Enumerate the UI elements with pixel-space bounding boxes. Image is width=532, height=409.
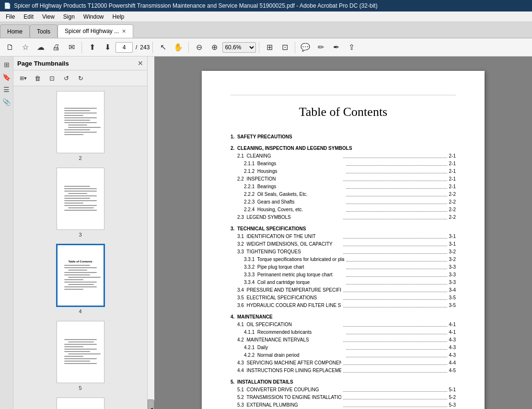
pdf-page: Table of Contents 1. SAFETY PRECAUTIONS … bbox=[202, 71, 485, 409]
sidebar-undo-button[interactable]: ↺ bbox=[59, 72, 73, 84]
thumbnail-page-3[interactable]: 3 bbox=[13, 163, 147, 239]
toc-section-4: 4. MAINTENANCE bbox=[231, 314, 456, 320]
sidebar-delete-button[interactable]: 🗑 bbox=[31, 72, 44, 84]
toc-entry-3-6: 3.6 HYDRAULIC COOLER AND FILTER LINE SPE… bbox=[237, 302, 456, 309]
sidebar-menu-button[interactable]: ⊞▾ bbox=[16, 72, 30, 84]
prev-page-button[interactable]: ⬆ bbox=[85, 40, 99, 55]
toc-entry-3-3: 3.3 TIGHTENING TORQUES 3-2 bbox=[237, 249, 456, 255]
attachments-icon[interactable]: 📎 bbox=[1, 97, 12, 107]
thumbnail-img-4: Table of Contents bbox=[57, 244, 104, 307]
tab-close-button[interactable]: ✕ bbox=[122, 28, 126, 34]
toc-entry-4-2: 4.2 MAINTENANCE INTERVALS 4-3 bbox=[237, 337, 456, 343]
toolbar-separator-5 bbox=[295, 42, 295, 53]
email-button[interactable]: ✉ bbox=[64, 40, 79, 55]
menu-help[interactable]: Help bbox=[109, 12, 128, 21]
sidebar-collapse-button[interactable]: ◀ bbox=[148, 399, 154, 409]
fit-page-button[interactable]: ⊞ bbox=[262, 40, 277, 55]
new-button[interactable]: 🗋 bbox=[3, 40, 17, 55]
toolbar-separator-4 bbox=[259, 42, 259, 53]
toc-section-1: 1. SAFETY PRECAUTIONS bbox=[231, 134, 456, 140]
thumbnail-page-4[interactable]: Table of Contents 4 bbox=[13, 239, 147, 316]
thumbnail-label-3: 3 bbox=[79, 232, 81, 238]
toc-entry-2-2-1: 2.2.1 Bearings 2-1 bbox=[244, 183, 456, 190]
edit-pdf-button[interactable]: ✒ bbox=[329, 40, 343, 55]
sidebar-toolbar: ⊞▾ 🗑 ⊡ ↺ ↻ bbox=[13, 70, 147, 86]
bookmarks-icon[interactable]: 🔖 bbox=[1, 72, 12, 82]
sidebar-header: Page Thumbnails ✕ bbox=[13, 57, 147, 70]
toc-entry-4-4: 4.4 INSTRUCTIONS FOR LINING REPLACEMENT … bbox=[237, 367, 456, 374]
toolbar-separator-1 bbox=[81, 42, 82, 53]
toc-section-5: 5. INSTALLATION DETAILS bbox=[231, 379, 456, 386]
page-number-input[interactable] bbox=[116, 42, 133, 53]
share-button[interactable]: ⇪ bbox=[344, 40, 359, 55]
menu-window[interactable]: Window bbox=[80, 12, 108, 21]
thumbnail-page-6[interactable]: 6 bbox=[13, 393, 147, 409]
comment-button[interactable]: 💬 bbox=[298, 40, 312, 55]
tab-tools-label: Tools bbox=[37, 28, 50, 35]
toolbar-separator-2 bbox=[152, 42, 153, 53]
thumbnail-page-5[interactable]: 5 bbox=[13, 316, 147, 393]
layers-icon[interactable]: ☰ bbox=[1, 84, 12, 95]
tab-tools[interactable]: Tools bbox=[30, 24, 58, 38]
toc-title: Table of Contents bbox=[231, 105, 456, 119]
toc-entry-2-2-3: 2.2.3 Gears and Shafts 2-2 bbox=[244, 199, 456, 205]
thumbnail-label-4: 4 bbox=[79, 308, 81, 314]
print-button[interactable]: 🖨 bbox=[49, 40, 63, 55]
tab-home[interactable]: Home bbox=[0, 24, 30, 38]
toc-entry-3-4: 3.4 PRESSURE AND TEMPERATURE SPECIFICATI… bbox=[237, 287, 456, 294]
thumbnail-area[interactable]: 2 bbox=[13, 86, 147, 409]
menu-file[interactable]: File bbox=[2, 12, 19, 21]
save-button[interactable]: ☁ bbox=[34, 40, 48, 55]
toc-entry-2-1-1: 2.1.1 Bearings 2-1 bbox=[244, 160, 456, 167]
menu-view[interactable]: View bbox=[38, 12, 58, 21]
toc-entry-3-1: 3.1 IDENTIFICATION OF THE UNIT 3-1 bbox=[237, 233, 456, 240]
menu-sign[interactable]: Sign bbox=[59, 12, 79, 21]
zoom-out-button[interactable]: ⊖ bbox=[192, 40, 206, 55]
menu-bar: File Edit View Sign Window Help bbox=[0, 11, 532, 22]
toc-entry-3-3-3: 3.3.3 Permanent metric plug torque chart… bbox=[244, 272, 456, 278]
thumbnails-icon[interactable]: ⊞ bbox=[1, 59, 12, 70]
sidebar-extract-button[interactable]: ⊡ bbox=[45, 72, 58, 84]
thumbnail-img-5 bbox=[57, 321, 104, 383]
next-page-button[interactable]: ⬇ bbox=[100, 40, 115, 55]
menu-edit[interactable]: Edit bbox=[20, 12, 37, 21]
toc-entry-2-2: 2.2 INSPECTION 2-1 bbox=[237, 176, 456, 182]
thumbnail-page-2[interactable]: 2 bbox=[13, 86, 147, 163]
toc-entry-4-1-1: 4.1.1 Recommended lubricants 4-1 bbox=[244, 329, 456, 336]
toc-entry-3-3-2: 3.3.2 Pipe plug torque chart 3-3 bbox=[244, 264, 456, 271]
thumbnail-img-2 bbox=[57, 91, 104, 153]
sidebar-redo-button[interactable]: ↻ bbox=[74, 72, 87, 84]
thumbnail-img-6 bbox=[57, 398, 104, 409]
toc-entry-2-2-2: 2.2.2 Oil Seals, Gaskets, Etc. 2-2 bbox=[244, 191, 456, 198]
toc-entry-2-3: 2.3 LEGEND SYMBOLS 2-2 bbox=[237, 214, 456, 221]
toc-entry-2-1: 2.1 CLEANING 2-1 bbox=[237, 153, 456, 159]
toc-section-3: 3. TECHNICAL SPECIFICATIONS bbox=[231, 226, 456, 232]
toc-entry-3-3-1: 3.3.1 Torque specifications for lubricat… bbox=[244, 256, 456, 263]
toc-entry-4-3: 4.3 SERVICING MACHINE AFTER COMPONENTS O… bbox=[237, 360, 456, 366]
toc-entry-2-2-4: 2.2.4 Housing, Covers, etc. 2-2 bbox=[244, 206, 456, 213]
app-icon: 📄 bbox=[4, 2, 11, 9]
sidebar: Page Thumbnails ✕ ⊞▾ 🗑 ⊡ ↺ ↻ bbox=[13, 57, 148, 409]
toc-entry-4-1: 4.1 OIL SPECIFICATION 4-1 bbox=[237, 321, 456, 328]
toc-entry-5-3: 5.3 EXTERNAL PLUMBING 5-3 bbox=[237, 402, 456, 409]
tab-bar: Home Tools Spicer off Highway ... ✕ bbox=[0, 22, 532, 38]
marquee-zoom-button[interactable]: ⊡ bbox=[278, 40, 292, 55]
toc-entry-4-2-2: 4.2.2 Normal drain period 4-3 bbox=[244, 352, 456, 359]
cursor-tool-button[interactable]: ↖ bbox=[156, 40, 170, 55]
thumbnail-label-5: 5 bbox=[79, 385, 81, 391]
toc-entry-2-1-2: 2.1.2 Housings 2-1 bbox=[244, 168, 456, 175]
highlight-button[interactable]: ✏ bbox=[313, 40, 328, 55]
toc-section-2: 2. CLEANING, INSPECTION AND LEGEND SYMBO… bbox=[231, 145, 456, 152]
pdf-view-area[interactable]: Table of Contents 1. SAFETY PRECAUTIONS … bbox=[154, 57, 532, 409]
hand-tool-button[interactable]: ✋ bbox=[171, 40, 185, 55]
sidebar-close-button[interactable]: ✕ bbox=[138, 59, 143, 67]
zoom-select[interactable]: 60.6% 50% 75% 100% 125% 150% bbox=[222, 42, 256, 53]
title-bar: 📄 Spicer off Highway Products T12000 Pow… bbox=[0, 0, 532, 11]
zoom-in-button[interactable]: ⊕ bbox=[207, 40, 221, 55]
toc-entry-4-2-1: 4.2.1 Daily 4-3 bbox=[244, 344, 456, 351]
bookmark-button[interactable]: ☆ bbox=[18, 40, 33, 55]
toc-entry-3-5: 3.5 ELECTRICAL SPECIFICATIONS 3-5 bbox=[237, 295, 456, 301]
toolbar: 🗋 ☆ ☁ 🖨 ✉ ⬆ ⬇ / 243 ↖ ✋ ⊖ ⊕ 60.6% 50% 75… bbox=[0, 38, 532, 57]
toc-entry-5-2: 5.2 TRANSMISSION TO ENGINE INSTALLATION … bbox=[237, 394, 456, 401]
tab-document[interactable]: Spicer off Highway ... ✕ bbox=[58, 24, 133, 38]
